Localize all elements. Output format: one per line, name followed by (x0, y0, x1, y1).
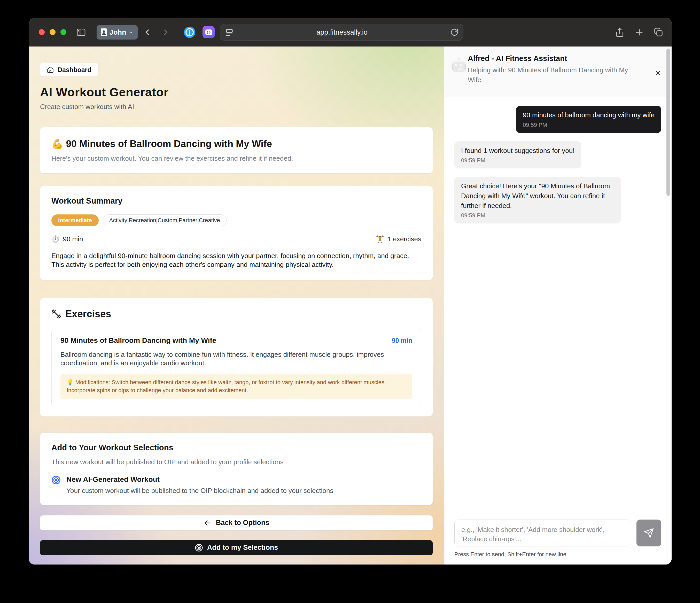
send-icon (644, 528, 654, 538)
exercises-card: Exercises 90 Minutes of Ballroom Dancing… (40, 298, 433, 417)
duration-value: 90 min (63, 235, 83, 243)
address-bar[interactable]: app.fitnessally.io (220, 24, 464, 41)
exercise-description: Ballroom dancing is a fantastic way to c… (60, 350, 412, 368)
minimize-window-button[interactable] (50, 29, 55, 35)
workout-title: 90 Minutes of Ballroom Dancing with My W… (66, 139, 272, 149)
target-icon (195, 544, 203, 552)
close-window-button[interactable] (39, 29, 45, 35)
stopwatch-icon: ⏱️ (51, 235, 60, 243)
message-text: 90 minutes of ballroom dancing with my w… (523, 110, 654, 120)
arrow-left-icon (203, 519, 211, 527)
profile-name: John (109, 28, 126, 36)
summary-heading: Workout Summary (51, 196, 421, 206)
option-description: Your custom workout will be published to… (66, 487, 333, 495)
dashboard-label: Dashboard (58, 66, 92, 74)
muscle-emoji: 💪 (51, 139, 63, 149)
chat-scrollbar[interactable] (667, 49, 670, 196)
target-icon (51, 475, 61, 485)
assistant-message-bubble: I found 1 workout suggestions for you! 0… (454, 141, 581, 169)
message-text: Great choice! Here's your "90 Minutes of… (461, 181, 614, 210)
message-text: I found 1 workout suggestions for you! (461, 146, 574, 156)
exercise-title: 90 Minutes of Ballroom Dancing with My W… (60, 336, 216, 345)
dashboard-button[interactable]: Dashboard (40, 63, 98, 76)
exercise-modifications: 💡 Modifications: Switch between differen… (60, 374, 412, 399)
browser-toolbar: John { } app.fitnessally.io (29, 18, 672, 47)
back-to-options-button[interactable]: Back to Options (40, 516, 433, 530)
message-time: 09:59 PM (523, 122, 654, 128)
chat-subtitle: Helping with: 90 Minutes of Ballroom Dan… (468, 65, 643, 85)
workout-summary-card: Workout Summary intermediate Activity|Re… (40, 186, 433, 280)
exercise-count: 1 exercises (388, 235, 422, 243)
reader-view-icon[interactable] (225, 28, 234, 37)
input-hint: Press Enter to send, Shift+Enter for new… (454, 551, 661, 558)
chevron-down-icon (129, 30, 133, 34)
url-text: app.fitnessally.io (234, 28, 450, 36)
exercise-duration: 90 min (392, 337, 412, 344)
chat-title: Alfred - AI Fitness Assistant (468, 54, 643, 63)
workout-header-subtext: Here's your custom workout. You can revi… (51, 154, 421, 162)
new-tab-icon[interactable] (634, 27, 644, 37)
chat-input[interactable] (454, 520, 631, 547)
workout-generator-page: Dashboard AI Workout Generator Create cu… (29, 47, 444, 564)
tags-badge: Activity|Recreation|Custom|Partner|Creat… (103, 215, 227, 226)
new-workout-option[interactable]: New AI-Generated Workout Your custom wor… (51, 475, 421, 495)
exercises-heading: Exercises (65, 308, 111, 320)
add-selections-card: Add to Your Workout Selections This new … (40, 433, 433, 505)
workout-header-card: 💪 90 Minutes of Ballroom Dancing with My… (40, 127, 433, 173)
close-chat-button[interactable]: ✕ (655, 69, 661, 77)
summary-description: Engage in a delightful 90-minute ballroo… (51, 251, 421, 269)
page-title: AI Workout Generator (40, 85, 433, 99)
weightlifter-icon: 🏋️ (376, 235, 384, 243)
ai-assistant-panel: 🤖 Alfred - AI Fitness Assistant Helping … (444, 47, 672, 564)
extension-icon[interactable]: { } (202, 26, 215, 38)
user-message-bubble: 90 minutes of ballroom dancing with my w… (516, 106, 661, 133)
sidebar-toggle-icon[interactable] (76, 27, 86, 37)
message-time: 09:59 PM (461, 157, 574, 164)
browser-window: John { } app.fitnessally.io (29, 18, 672, 564)
difficulty-badge: intermediate (51, 215, 99, 226)
page-subtitle: Create custom workouts with AI (40, 103, 433, 111)
chat-messages: 90 minutes of ballroom dancing with my w… (444, 97, 672, 512)
tab-overview-icon[interactable] (653, 27, 663, 37)
robot-avatar-icon: 🤖 (451, 57, 467, 72)
back-button[interactable] (143, 28, 152, 37)
profile-button[interactable]: John (97, 25, 138, 40)
forward-button[interactable] (161, 28, 171, 37)
onepassword-extension-icon[interactable] (183, 26, 196, 39)
share-icon[interactable] (615, 27, 625, 37)
dumbbell-icon (51, 309, 61, 319)
reload-icon[interactable] (450, 28, 458, 36)
chat-header: 🤖 Alfred - AI Fitness Assistant Helping … (444, 47, 672, 97)
message-time: 09:59 PM (461, 212, 614, 219)
home-icon (47, 66, 54, 73)
send-button[interactable] (636, 520, 661, 547)
zoom-window-button[interactable] (60, 29, 66, 35)
assistant-message-bubble: Great choice! Here's your "90 Minutes of… (454, 177, 621, 224)
exercise-list-item: 90 Minutes of Ballroom Dancing with My W… (51, 329, 421, 406)
selections-subtitle: This new workout will be published to OI… (51, 458, 421, 466)
selections-heading: Add to Your Workout Selections (51, 443, 421, 452)
option-title: New AI-Generated Workout (66, 475, 333, 484)
chat-input-section: Press Enter to send, Shift+Enter for new… (444, 512, 672, 564)
add-to-selections-button[interactable]: Add to my Selections (40, 540, 433, 555)
